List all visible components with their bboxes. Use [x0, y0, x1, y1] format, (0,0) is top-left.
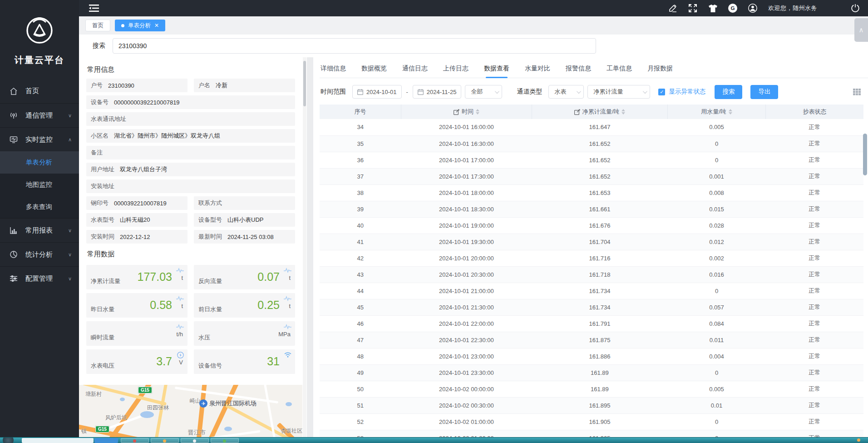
- taskbar-window[interactable]: [121, 438, 149, 443]
- os-taskbar[interactable]: [0, 437, 868, 443]
- nav-tab-home[interactable]: 首页: [85, 20, 110, 31]
- detail-tab-2[interactable]: 数据概览: [361, 65, 387, 78]
- sidebar-item-common-reports[interactable]: 常用报表 ∨: [0, 218, 79, 242]
- table-row[interactable]: 522024-10-02 01:00:00161.9050正常: [320, 413, 863, 430]
- table-row[interactable]: 502024-10-02 00:00:00161.890.005正常: [320, 381, 863, 397]
- table-row[interactable]: 482024-10-01 23:00:00161.8860.004正常: [320, 348, 863, 364]
- table-cell: 正常: [765, 135, 863, 152]
- taskbar-window[interactable]: [22, 438, 94, 443]
- nav-tab-single-meter-analysis[interactable]: 单表分析 ✕: [115, 20, 165, 31]
- tab-close-icon[interactable]: ✕: [154, 23, 159, 28]
- date-from-input[interactable]: 2024-10-01: [352, 85, 402, 99]
- taskbar-window[interactable]: [151, 438, 179, 443]
- table-cell: 44: [320, 283, 401, 299]
- detail-tab-1[interactable]: 详细信息: [321, 65, 346, 78]
- mini-map[interactable]: G15 G15 塘新村 田园张林 崎山 风炉后坑 镇 晋江市 后林 杏坂社区 袅…: [79, 385, 302, 443]
- avatar-icon[interactable]: [748, 4, 757, 13]
- table-cell: 161.875: [532, 332, 668, 348]
- export-button[interactable]: 导出: [750, 85, 778, 99]
- table-row[interactable]: 472024-10-01 22:30:00161.8750.011正常: [320, 332, 863, 348]
- table-row[interactable]: 422024-10-01 20:00:00161.7160.002正常: [320, 250, 863, 266]
- metric-select[interactable]: 净累计流量: [587, 85, 650, 99]
- taskbar-window[interactable]: [181, 438, 209, 443]
- sidebar-item-home[interactable]: 首页: [0, 79, 79, 103]
- sidebar-item-map-monitor[interactable]: 地图监控: [0, 174, 79, 196]
- detail-tab-4[interactable]: 上传日志: [443, 65, 469, 78]
- edit-icon[interactable]: [668, 4, 677, 13]
- search-row: 搜索: [79, 35, 868, 57]
- start-button[interactable]: [3, 437, 14, 443]
- power-icon[interactable]: [851, 4, 860, 13]
- column-header-index[interactable]: 序号: [320, 105, 401, 119]
- column-header-status[interactable]: 抄表状态: [765, 105, 863, 119]
- show-abnormal-checkbox[interactable]: ✓: [658, 89, 665, 95]
- field-label: 设备号: [91, 98, 108, 106]
- sidebar-item-single-meter-analysis[interactable]: 单表分析: [0, 151, 79, 174]
- table-cell: 161.734: [532, 299, 668, 315]
- detail-tab-8[interactable]: 工单信息: [607, 65, 632, 78]
- column-settings-icon[interactable]: [853, 89, 861, 95]
- column-header-net-flow[interactable]: 净累计流量/吨: [532, 105, 668, 119]
- range-select[interactable]: 全部: [465, 85, 502, 99]
- sidebar-item-label: 常用报表: [25, 226, 68, 235]
- sidebar-item-realtime-monitor[interactable]: 实时监控 ∧: [0, 127, 79, 151]
- sidebar-item-communication[interactable]: 通信管理 ∨: [0, 103, 79, 127]
- channel-select[interactable]: 水表: [548, 85, 584, 99]
- edit-column-icon[interactable]: [574, 109, 580, 115]
- detail-tab-9[interactable]: 月报数据: [647, 65, 673, 78]
- show-abnormal-label[interactable]: 显示异常状态: [669, 88, 705, 96]
- column-header-usage[interactable]: 用水量/吨: [668, 105, 766, 119]
- scrollbar-thumb[interactable]: [303, 61, 306, 106]
- search-button[interactable]: 搜索: [715, 85, 742, 99]
- table-row[interactable]: 492024-10-01 23:30:00161.890正常: [320, 364, 863, 381]
- table-row[interactable]: 352024-10-01 16:30:00161.6520正常: [320, 135, 863, 152]
- taskbar-window[interactable]: [211, 438, 239, 443]
- column-header-time[interactable]: 时间: [401, 105, 532, 119]
- table-row[interactable]: 462024-10-01 22:00:00161.7910.084正常: [320, 315, 863, 332]
- sidebar-item-configuration[interactable]: 配置管理 ∨: [0, 266, 79, 290]
- field-remark: 备注: [86, 146, 295, 159]
- table-cell: 2024-10-01 20:30:00: [401, 266, 532, 283]
- tray-icon[interactable]: [857, 438, 860, 442]
- search-input[interactable]: [113, 38, 596, 54]
- theme-icon[interactable]: [708, 4, 717, 13]
- chevron-down-icon: ∨: [68, 252, 72, 258]
- sidebar-item-statistics[interactable]: 统计分析 ∨: [0, 242, 79, 266]
- sort-carets-icon[interactable]: [621, 109, 625, 114]
- table-row[interactable]: 342024-10-01 16:00:00161.6470.005正常: [320, 119, 863, 135]
- table-row[interactable]: 392024-10-01 18:30:00161.6610.015正常: [320, 201, 863, 217]
- table-cell: 正常: [765, 397, 863, 413]
- table-row[interactable]: 362024-10-01 17:00:00161.6520正常: [320, 152, 863, 168]
- table-row[interactable]: 372024-10-01 17:30:00161.6520.001正常: [320, 168, 863, 184]
- table-scrollbar[interactable]: [863, 107, 867, 443]
- scrollbar-thumb[interactable]: [863, 134, 867, 175]
- collapse-menu-icon[interactable]: [89, 4, 99, 12]
- table-row[interactable]: 382024-10-01 18:00:00161.6530.008正常: [320, 184, 863, 201]
- map-airport-marker[interactable]: ✈ 泉州晋江国际机场: [199, 399, 256, 408]
- table-row[interactable]: 442024-10-01 21:00:00161.7340正常: [320, 283, 863, 299]
- pie-chart-icon: [9, 250, 18, 259]
- table-cell: 35: [320, 135, 401, 152]
- detail-tab-7[interactable]: 报警信息: [566, 65, 591, 78]
- detail-tab-6[interactable]: 水量对比: [525, 65, 550, 78]
- table-row[interactable]: 402024-10-01 19:00:00161.6760.028正常: [320, 217, 863, 234]
- table-row[interactable]: 452024-10-01 21:30:00161.7340.057正常: [320, 299, 863, 315]
- sort-carets-icon[interactable]: [476, 109, 479, 114]
- table-cell: 正常: [765, 217, 863, 234]
- date-to-input[interactable]: 2024-11-25: [413, 85, 462, 99]
- edit-column-icon[interactable]: [454, 109, 459, 115]
- table-row[interactable]: 512024-10-02 00:30:00161.8950.01正常: [320, 397, 863, 413]
- left-panel-scrollbar[interactable]: [303, 57, 306, 443]
- scroll-top-button[interactable]: ∧: [854, 18, 868, 42]
- submenu-label: 多表查询: [26, 203, 52, 211]
- table-row[interactable]: 432024-10-01 20:30:00161.7180.016正常: [320, 266, 863, 283]
- fullscreen-icon[interactable]: [688, 4, 697, 13]
- detail-tab-5[interactable]: 数据查看: [484, 65, 509, 78]
- column-label: 用水量/吨: [701, 108, 726, 116]
- table-row[interactable]: 412024-10-01 19:30:00161.7040.012正常: [320, 234, 863, 250]
- google-icon[interactable]: G: [728, 4, 737, 13]
- detail-tab-3[interactable]: 通信日志: [402, 65, 428, 78]
- sort-carets-icon[interactable]: [729, 109, 732, 114]
- sidebar-item-multi-meter-query[interactable]: 多表查询: [0, 196, 79, 218]
- taskbar-window[interactable]: [94, 438, 118, 443]
